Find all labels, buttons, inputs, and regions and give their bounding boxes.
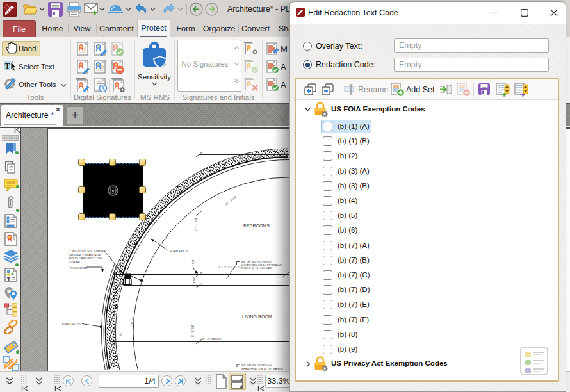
svg-text:BOLTS CAST INTO CONC: BOLTS CAST INTO CONC [69,257,103,260]
svg-text:5/8": 5/8" [191,259,195,264]
svg-text:10' - 0": 10' - 0" [129,316,135,326]
svg-text:45°: 45° [118,332,124,337]
svg-text:1 7/8": 1 7/8" [193,276,196,284]
svg-text:1 3/4"x11 7/8" SCL 'CURVED': 1 3/4"x11 7/8" SCL 'CURVED' [69,250,106,253]
svg-text:17' - 7 7/8": 17' - 7 7/8" [195,217,198,231]
svg-text:w n 3 u m 3 u b m 3: w n 3 u m 3 u b m 3 [218,265,242,268]
svg-text:LIVING ROOM: LIVING ROOM [242,314,272,319]
svg-text:18' - 0" RADIUS: 18' - 0" RADIUS [201,338,222,341]
svg-text:BEDROOMS: BEDROOMS [243,224,270,228]
svg-text:A: A [281,62,286,72]
svg-text:POUR JOINT: POUR JOINT [70,266,88,270]
svg-text:A: A [281,80,286,90]
svg-text:FORM SET #3: FORM SET #3 [170,250,188,253]
svg-text:5/8" OR 3/4" PLYWOOD: 5/8" OR 3/4" PLYWOOD [241,363,272,366]
svg-text:LEDGER. C/W ANCHOR: LEDGER. C/W ANCHOR [69,254,101,257]
svg-text:9' - 8 3/4": 9' - 8 3/4" [191,324,195,337]
svg-text:M: M [281,44,288,54]
svg-text:T: T [5,61,10,70]
svg-text:CORBEL: CORBEL [69,261,81,264]
svg-text:FORM SET #2: FORM SET #2 [62,323,81,326]
svg-text:JOISTS @ 16" O/C MAX: JOISTS @ 16" O/C MAX [241,266,272,270]
svg-text:22' - 9 3/4": 22' - 9 3/4" [225,195,238,206]
